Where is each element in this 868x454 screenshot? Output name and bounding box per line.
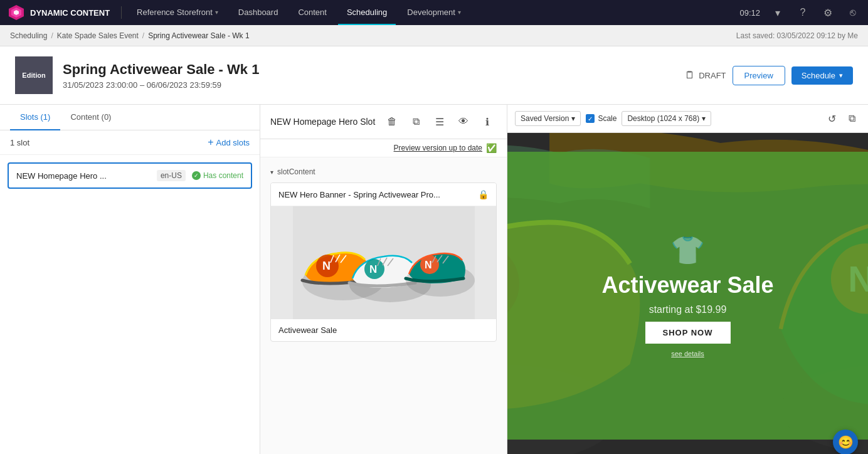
preview-nav-buttons: ↺ ⧉: [823, 110, 860, 127]
nav-content[interactable]: Content: [289, 0, 336, 25]
external-link-icon[interactable]: ⧉: [843, 110, 860, 127]
chevron-down-icon: ▾: [702, 114, 706, 123]
banner-sale-subtitle: starting at $19.99: [649, 304, 727, 315]
page-header: Edition Spring Activewear Sale - Wk 1 31…: [0, 46, 868, 105]
chevron-down-icon: ▾: [571, 114, 575, 123]
nav-reference-storefront[interactable]: Reference Storefront ▾: [128, 0, 227, 25]
nav-right-section: 09:12 ▾ ? ⚙ ⎋: [739, 5, 860, 20]
svg-text:N: N: [322, 260, 331, 272]
delete-icon[interactable]: 🗑: [383, 112, 401, 131]
main-content: Slots (1) Content (0) 1 slot + Add slots…: [0, 105, 868, 454]
draft-status: 🗒 DRAFT: [685, 70, 726, 81]
scale-checkbox[interactable]: ✓: [586, 114, 595, 123]
chevron-down-icon: ▾: [458, 9, 461, 16]
preview-version-bar: Preview version up to date ✅: [260, 139, 507, 157]
add-slots-button[interactable]: + Add slots: [208, 137, 250, 148]
chat-bubble-button[interactable]: 😊: [833, 430, 858, 454]
eye-icon[interactable]: 👁: [454, 112, 473, 131]
page-header-actions: 🗒 DRAFT Preview Schedule ▾: [685, 66, 853, 85]
see-details-link[interactable]: see details: [671, 350, 704, 357]
check-green-icon: ✅: [486, 143, 497, 153]
app-logo[interactable]: DYNAMIC CONTENT: [8, 4, 110, 21]
help-icon[interactable]: ?: [795, 5, 810, 20]
content-card-title: NEW Hero Banner - Spring Activewear Pro.…: [278, 190, 440, 199]
edition-badge: Edition: [15, 56, 53, 94]
nav-scheduling[interactable]: Scheduling: [338, 0, 396, 25]
right-panel: Saved Version ▾ ✓ Scale Desktop (1024 x …: [507, 105, 868, 454]
logo-icon: [8, 4, 25, 21]
schedule-button[interactable]: Schedule ▾: [791, 66, 853, 85]
breadcrumb-path: Scheduling / Kate Spade Sales Event / Sp…: [10, 31, 250, 40]
sneakers-image: N N: [293, 206, 475, 319]
refresh-icon[interactable]: ↺: [823, 110, 840, 127]
banner-green-overlay: 👕 Activewear Sale starting at $19.99 SHO…: [507, 152, 868, 440]
scale-toggle[interactable]: ✓ Scale: [586, 114, 617, 123]
slot-locale: en-US: [157, 170, 186, 181]
nav-development[interactable]: Development ▾: [398, 0, 470, 25]
slot-item[interactable]: NEW Homepage Hero ... en-US ✓ Has conten…: [8, 162, 252, 189]
content-card[interactable]: NEW Hero Banner - Spring Activewear Pro.…: [270, 182, 497, 342]
left-panel: Slots (1) Content (0) 1 slot + Add slots…: [0, 105, 260, 454]
slots-count: 1 slot: [10, 138, 29, 147]
slot-status: ✓ Has content: [192, 171, 243, 180]
svg-text:N: N: [425, 260, 432, 270]
preview-version-link[interactable]: Preview version up to date: [394, 144, 482, 152]
nav-divider: [121, 6, 122, 19]
breadcrumb-current: Spring Activewear Sale - Wk 1: [148, 31, 249, 40]
center-actions: 🗑 ⧉ ☰ 👁 ℹ: [383, 112, 497, 131]
breadcrumb-event[interactable]: Kate Spade Sales Event: [57, 31, 139, 40]
slot-content-label: ▾ slotContent: [270, 167, 497, 176]
copy-icon[interactable]: ⧉: [406, 112, 425, 131]
current-time: 09:12: [739, 8, 760, 18]
settings-icon[interactable]: ⚙: [820, 5, 835, 20]
nav-dashboard[interactable]: Dashboard: [230, 0, 287, 25]
shop-now-button[interactable]: SHOP NOW: [645, 322, 731, 344]
logout-icon[interactable]: ⎋: [845, 5, 860, 20]
content-card-name: Activewear Sale: [271, 319, 496, 341]
right-panel-header: Saved Version ▾ ✓ Scale Desktop (1024 x …: [507, 105, 868, 133]
activewear-banner-preview: N N 👕 Activewear Sale: [507, 133, 868, 454]
document-icon: 🗒: [685, 70, 695, 81]
breadcrumb-separator: /: [142, 31, 144, 40]
svg-text:N: N: [369, 263, 377, 275]
preview-area-wrapper: N N 👕 Activewear Sale: [507, 133, 868, 454]
lock-icon: 🔒: [478, 189, 489, 199]
desktop-size-button[interactable]: Desktop (1024 x 768) ▾: [622, 111, 711, 126]
plus-icon: +: [208, 137, 213, 148]
slot-name: NEW Homepage Hero ...: [16, 171, 151, 181]
center-content-area: ▾ slotContent NEW Hero Banner - Spring A…: [260, 157, 507, 454]
slots-header: 1 slot + Add slots: [0, 130, 260, 155]
info-icon[interactable]: ℹ: [478, 112, 497, 131]
center-panel: NEW Homepage Hero Slot 🗑 ⧉ ☰ 👁 ℹ Preview…: [260, 105, 507, 454]
breadcrumb-separator: /: [51, 31, 53, 40]
tab-content[interactable]: Content (0): [60, 105, 121, 130]
chevron-down-icon: ▾: [839, 71, 843, 80]
chevron-down-icon[interactable]: ▾: [770, 5, 785, 20]
breadcrumb-scheduling[interactable]: Scheduling: [10, 31, 47, 40]
breadcrumb: Scheduling / Kate Spade Sales Event / Sp…: [0, 25, 868, 46]
banner-sale-title: Activewear Sale: [601, 273, 773, 298]
center-slot-title: NEW Homepage Hero Slot: [270, 117, 375, 127]
page-header-info: Spring Activewear Sale - Wk 1 31/05/2023…: [63, 61, 675, 90]
chevron-down-icon: ▾: [215, 9, 218, 16]
content-card-image: N N: [271, 206, 496, 319]
status-dot-icon: ✓: [192, 171, 201, 180]
tshirt-icon: 👕: [670, 234, 705, 267]
chevron-down-icon: ▾: [270, 169, 273, 176]
top-navigation: DYNAMIC CONTENT Reference Storefront ▾ D…: [0, 0, 868, 25]
tab-slots[interactable]: Slots (1): [10, 105, 60, 130]
preview-button[interactable]: Preview: [733, 66, 785, 85]
last-saved-text: Last saved: 03/05/2022 09:12 by Me: [736, 31, 858, 40]
center-header: NEW Homepage Hero Slot 🗑 ⧉ ☰ 👁 ℹ: [260, 105, 507, 139]
page-dates: 31/05/2023 23:00:00 – 06/06/2023 23:59:5…: [63, 80, 675, 90]
page-title: Spring Activewear Sale - Wk 1: [63, 61, 675, 78]
add-slots-label: Add slots: [216, 138, 250, 147]
app-name-label: DYNAMIC CONTENT: [30, 8, 110, 18]
checkmark-list-icon[interactable]: ☰: [430, 112, 449, 131]
saved-version-button[interactable]: Saved Version ▾: [515, 111, 581, 126]
tabs: Slots (1) Content (0): [0, 105, 260, 130]
content-card-header: NEW Hero Banner - Spring Activewear Pro.…: [271, 183, 496, 206]
